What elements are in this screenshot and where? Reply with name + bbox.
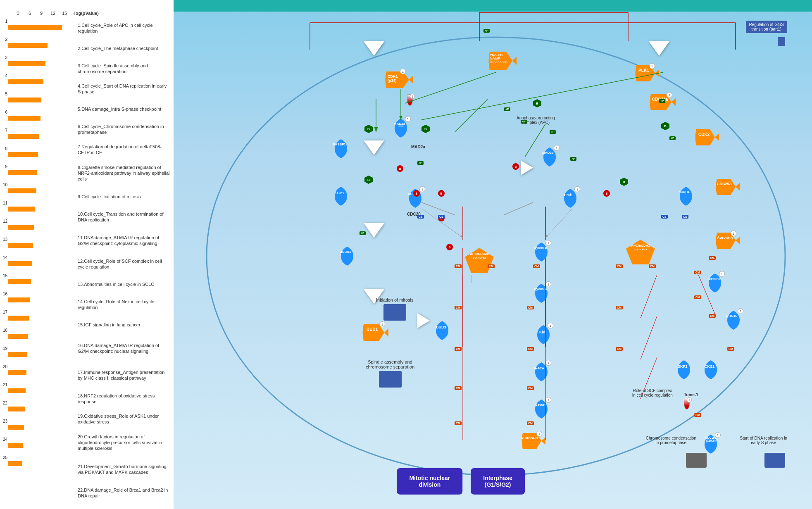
bar-row-25[interactable]	[8, 455, 74, 472]
securin-node[interactable]: Securin 1	[533, 399, 550, 421]
cm-badge-19: CM	[709, 314, 716, 318]
list-item-2[interactable]: 2.Cell cycle_The metaphase checkpoint	[78, 39, 170, 57]
list-item-18[interactable]: 18.NRF2 regulation of oxidative stress r…	[78, 390, 170, 408]
plk1-label: PLK1	[638, 68, 649, 73]
bar-row-24[interactable]	[8, 437, 74, 454]
bub1-node[interactable]: BUB1 1	[362, 322, 388, 345]
bar-row-23[interactable]	[8, 419, 74, 435]
kid-node[interactable]: Kid 1	[535, 324, 552, 347]
list-item-1[interactable]: 1.Cell cycle_Role of APC in cell cycle r…	[78, 19, 170, 37]
list-item-16[interactable]: 16.DNA damage_ATM/ATR regulation of G2/M…	[78, 336, 170, 361]
cyclinb-node[interactable]: Cyclin B 1	[533, 242, 550, 264]
cdc25a-node[interactable]: CDC25A	[715, 178, 740, 198]
interphase-button[interactable]: Interphase(G1/S/G2)	[471, 468, 525, 495]
list-item-7[interactable]: 7.Regulation of degradation of deltaF508…	[78, 140, 170, 159]
bar-row-2[interactable]	[8, 37, 74, 54]
bar-row-10[interactable]	[8, 183, 74, 199]
initiation-mitosis-box[interactable]	[383, 304, 406, 321]
start-dna-box[interactable]	[764, 453, 785, 468]
bar-row-21[interactable]	[8, 383, 74, 399]
cm-badge-10: CM	[527, 347, 534, 351]
svg-line-3	[455, 99, 488, 132]
regulation-g1s-label[interactable]: Regulation of G1/Stransition (part1)	[746, 21, 788, 33]
apc-cdc20-node[interactable]: APC/CDC20complex	[463, 246, 496, 276]
bar-row-13[interactable]	[8, 237, 74, 254]
list-item-21[interactable]: 21.Development_Growth hormone signaling …	[78, 457, 170, 482]
bar-22	[8, 407, 25, 411]
bar-row-4[interactable]	[8, 74, 74, 90]
list-item-6[interactable]: 6.Cell cycle_Chromosome condensation in …	[78, 120, 170, 138]
bar-row-9[interactable]	[8, 164, 74, 181]
list-item-20[interactable]: 20.Growth factors in regulation of oligo…	[78, 430, 170, 455]
chrom-condensation-label: Chromosome condensationin prometaphase	[646, 436, 696, 445]
bar-row-1[interactable]	[8, 19, 74, 36]
orc1l-node[interactable]: ORC1L 1	[725, 310, 742, 332]
hcdh1-node[interactable]: hCDH1	[678, 186, 694, 208]
emi1-node[interactable]: Emi1 1	[562, 188, 579, 210]
list-item-5[interactable]: 5.DNA damage_Intra S-phase checkpoint	[78, 100, 170, 118]
bar-row-17[interactable]	[8, 310, 74, 326]
bar-row-22[interactable]	[8, 401, 74, 417]
y-tick-19: 19	[0, 346, 8, 364]
cks1-node[interactable]: CKS1	[702, 359, 719, 382]
list-item-12[interactable]: 12.Cell cycle_Role of SCF complex in cel…	[78, 255, 170, 273]
list-item-4[interactable]: 4.Cell cycle_Start of DNA replication in…	[78, 80, 170, 98]
cdk2-node[interactable]: CDK2	[694, 128, 719, 148]
list-item-11[interactable]: 11.DNA damage_ATM/ATR regulation of G2/M…	[78, 228, 170, 253]
spindle-assembly-box[interactable]	[379, 371, 402, 388]
list-item-13[interactable]: 13.Abnormalities in cell cycle in SCLC	[78, 275, 170, 293]
tome1-node[interactable]: Tome-1 1	[684, 392, 698, 409]
list-item-23[interactable]: 23.Immune response_IFN-alpha/beta signal…	[78, 504, 170, 508]
bubr1-node[interactable]: BUBR1	[339, 246, 355, 268]
bar-row-8[interactable]	[8, 146, 74, 163]
bub3-label: BUB3	[436, 325, 446, 329]
cdk1-node[interactable]: CDK1(p34) 1	[384, 69, 413, 92]
nek2a-node[interactable]: Nek2A 1	[533, 362, 550, 384]
bar-row-18[interactable]	[8, 328, 74, 345]
list-item-8[interactable]: 8.Cigarette smoke-mediated regulation of…	[78, 161, 170, 186]
bub3-node[interactable]: BUB3	[434, 320, 450, 343]
pka-cat-node[interactable]: PKA-cat(cAMP-dependent)	[488, 50, 517, 74]
list-item-17[interactable]: 17.Immune response_Antigen presentation …	[78, 363, 170, 388]
skp2-node[interactable]: SKP2	[676, 359, 692, 382]
list-item-14[interactable]: 14.Cell cycle_Role of Nek in cell cycle …	[78, 295, 170, 314]
y-tick-22: 22	[0, 401, 8, 419]
bar-row-15[interactable]	[8, 274, 74, 290]
list-item-15[interactable]: 15.IGF signaling in lung cancer	[78, 316, 170, 334]
bar-row-20[interactable]	[8, 364, 74, 381]
list-item-9[interactable]: 9.Cell cycle_Initiation of mitosis	[78, 188, 170, 206]
bar-row-14[interactable]	[8, 255, 74, 272]
aurora-a-node[interactable]: Aurora-A 1	[715, 231, 740, 252]
svg-line-38	[421, 209, 463, 238]
bar-row-6[interactable]	[8, 110, 74, 126]
cdc14a-node[interactable]: CDC14a 1	[649, 93, 676, 113]
neg-log-label: -log(pValue)	[73, 11, 99, 16]
rassf1-node[interactable]: RASSF1	[333, 138, 349, 161]
apc-hcdh1-node[interactable]: APC/hCDH1complex	[624, 238, 657, 268]
hex-b-1: B	[364, 176, 373, 184]
list-item-10[interactable]: 10.Cell cycle_Transition and termination…	[78, 208, 170, 226]
cyclina-node[interactable]: Cyclin A 1	[533, 283, 550, 305]
list-item-label-11: 11.DNA damage_ATM/ATR regulation of G2/M…	[78, 235, 170, 247]
list-item-3[interactable]: 3.Cell cycle_Spindle assembly and chromo…	[78, 59, 170, 78]
bar-3	[8, 61, 45, 66]
bar-row-11[interactable]	[8, 201, 74, 217]
bar-row-16[interactable]	[8, 292, 74, 308]
tcp1-node[interactable]: TCP1	[333, 186, 349, 208]
chrom-condensation-box[interactable]	[686, 453, 707, 468]
bar-row-7[interactable]	[8, 128, 74, 145]
geminin-node[interactable]: Geminin 1	[707, 273, 723, 295]
y-tick-15: 15	[0, 274, 8, 292]
bar-row-19[interactable]	[8, 346, 74, 363]
bar-row-3[interactable]	[8, 55, 74, 72]
mad2b-node[interactable]: MAD2b 1	[541, 147, 558, 169]
mad2a-node[interactable]: MAD2a 1	[393, 118, 409, 140]
list-item-22[interactable]: 22.DNA damage_Role of Brca1 and Brca2 in…	[78, 484, 170, 502]
list-item-19[interactable]: 19.Oxidative stress_Role of ASK1 under o…	[78, 410, 170, 428]
bar-row-5[interactable]	[8, 92, 74, 108]
list-item-label-15: 15.IGF signaling in lung cancer	[78, 322, 140, 328]
plk1-node[interactable]: PLK1 1	[634, 64, 659, 84]
aurora-b-node[interactable]: Aurora-B 1	[521, 432, 545, 452]
mitotic-division-button[interactable]: Mitotic nucleardivision	[397, 468, 462, 495]
bar-row-12[interactable]	[8, 219, 74, 235]
